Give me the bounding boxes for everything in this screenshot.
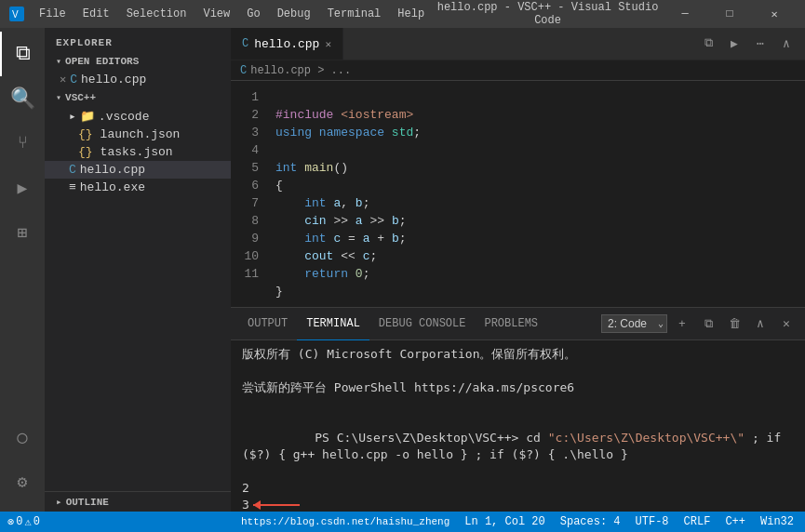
terminal-select-wrapper: 2: Code: [601, 314, 667, 333]
tab-hello-cpp[interactable]: C hello.cpp ✕: [231, 28, 343, 60]
status-encoding[interactable]: UTF-8: [632, 515, 673, 528]
split-terminal-button[interactable]: ⧉: [697, 313, 719, 335]
status-errors[interactable]: ⊗ 0 ⚠ 0: [7, 515, 40, 529]
activity-item-search[interactable]: 🔍: [0, 76, 45, 121]
open-editors-arrow: ▾: [56, 56, 61, 67]
close-panel-button[interactable]: ✕: [775, 313, 798, 335]
titlebar: V File Edit Selection View Go Debug Term…: [0, 0, 805, 28]
open-editors-section[interactable]: ▾ OPEN EDITORS: [45, 52, 231, 71]
menu-debug[interactable]: Debug: [270, 6, 318, 22]
open-editor-hello-cpp[interactable]: ✕ C hello.cpp: [45, 71, 231, 88]
hello-exe-label: hello.exe: [80, 180, 145, 194]
panel-tabs: OUTPUT TERMINAL DEBUG CONSOLE PROBLEMS 2…: [231, 308, 805, 340]
panel-tab-debug-console[interactable]: DEBUG CONSOLE: [369, 308, 476, 340]
menu-selection[interactable]: Selection: [119, 6, 195, 22]
menu-terminal[interactable]: Terminal: [320, 6, 389, 22]
close-button[interactable]: ✕: [753, 0, 796, 28]
status-spaces[interactable]: Spaces: 4: [557, 515, 624, 528]
settings-icon: ⚙: [18, 472, 28, 492]
source-control-icon: ⑂: [18, 134, 28, 153]
collapse-button[interactable]: ∧: [775, 33, 798, 55]
outline-arrow: ▸: [56, 496, 62, 508]
more-actions-button[interactable]: ⋯: [749, 33, 771, 55]
vscpp-section[interactable]: ▾ VSC++: [45, 88, 231, 107]
menu-file[interactable]: File: [32, 6, 74, 22]
vscode-folder-label: .vscode: [99, 110, 150, 124]
tree-item-tasks-json[interactable]: {} tasks.json: [45, 143, 231, 161]
vscpp-arrow: ▾: [56, 92, 61, 103]
maximize-button[interactable]: □: [708, 0, 751, 28]
terminal-line-cmd: PS C:\Users\Z\Desktop\VSC++> cd "c:\User…: [242, 413, 794, 480]
status-blog[interactable]: https://blog.csdn.net/haishu_zheng: [237, 516, 453, 527]
new-terminal-button[interactable]: +: [671, 313, 693, 335]
tab-actions: ⧉ ▶ ⋯ ∧: [697, 28, 805, 60]
activity-bar: ⧉ 🔍 ⑂ ▶ ⊞ ◯ ⚙: [0, 28, 45, 512]
outline-section[interactable]: ▸ OUTLINE: [45, 491, 231, 512]
terminal-line-copyright: 版权所有 (C) Microsoft Corporation。保留所有权利。: [242, 346, 794, 363]
status-line-ending[interactable]: CRLF: [680, 515, 715, 528]
main-area: ⧉ 🔍 ⑂ ▶ ⊞ ◯ ⚙ EXPLORER ▾ OPEN EDITORS: [0, 28, 805, 512]
activity-bottom: ◯ ⚙: [0, 415, 45, 512]
sidebar: EXPLORER ▾ OPEN EDITORS ✕ C hello.cpp ▾ …: [45, 28, 231, 512]
maximize-panel-button[interactable]: ∧: [749, 313, 771, 335]
terminal-select[interactable]: 2: Code: [601, 314, 667, 333]
activity-item-debug[interactable]: ▶: [0, 166, 45, 210]
terminal-line-blank2: [242, 396, 794, 413]
activity-item-explorer[interactable]: ⧉: [0, 32, 45, 76]
code-editor[interactable]: 1 2 3 4 5 6 7 8 9 10 11 #include <iostre…: [231, 81, 805, 307]
tab-label: hello.cpp: [254, 37, 319, 51]
terminal-line-pscore: 尝试新的跨平台 PowerShell https://aka.ms/pscore…: [242, 379, 794, 396]
editor-area: C hello.cpp ✕ ⧉ ▶ ⋯ ∧ C hello.cpp > ... …: [231, 28, 805, 512]
launch-json-label: launch.json: [101, 127, 181, 141]
status-language[interactable]: C++: [721, 515, 749, 528]
panel-tab-problems[interactable]: PROBLEMS: [475, 308, 547, 340]
minimize-button[interactable]: ─: [664, 0, 706, 28]
outline-label: OUTLINE: [66, 497, 109, 508]
status-left: ⊗ 0 ⚠ 0: [7, 515, 40, 529]
account-icon: ◯: [18, 427, 28, 447]
terminal-line-blank1: [242, 363, 794, 379]
cpp-file-icon: C: [70, 73, 77, 86]
tree-item-hello-cpp[interactable]: C hello.cpp: [45, 161, 231, 179]
status-right: https://blog.csdn.net/haishu_zheng Ln 1,…: [237, 515, 798, 528]
activity-item-scm[interactable]: ⑂: [0, 121, 45, 166]
tab-close-button[interactable]: ✕: [325, 38, 331, 50]
sidebar-header: EXPLORER: [45, 28, 231, 52]
code-content[interactable]: #include <iostream> using namespace std;…: [268, 81, 758, 307]
open-editor-label: hello.cpp: [81, 73, 146, 86]
panel-right-controls: 2: Code + ⧉ 🗑 ∧ ✕: [601, 313, 798, 335]
tree-item-launch-json[interactable]: {} launch.json: [45, 126, 231, 143]
panel: OUTPUT TERMINAL DEBUG CONSOLE PROBLEMS 2…: [231, 307, 805, 512]
terminal-content[interactable]: 版权所有 (C) Microsoft Corporation。保留所有权利。 尝…: [231, 340, 805, 512]
activity-item-settings[interactable]: ⚙: [0, 459, 45, 504]
menu-edit[interactable]: Edit: [75, 6, 117, 22]
exe-icon: ≡: [69, 180, 76, 194]
terminal-prompt-1: PS C:\Users\Z\Desktop\VSC++>: [315, 431, 518, 445]
panel-tab-terminal[interactable]: TERMINAL: [297, 308, 369, 340]
json-file-icon: {}: [78, 127, 93, 141]
activity-item-extensions[interactable]: ⊞: [0, 210, 45, 255]
extensions-icon: ⊞: [18, 222, 28, 243]
split-editor-button[interactable]: ⧉: [697, 33, 719, 55]
activity-item-account[interactable]: ◯: [0, 415, 45, 459]
panel-tab-output[interactable]: OUTPUT: [238, 308, 297, 340]
status-platform[interactable]: Win32: [757, 515, 798, 528]
tasks-json-icon: {}: [78, 145, 93, 159]
menu-help[interactable]: Help: [390, 6, 432, 22]
status-position[interactable]: Ln 1, Col 20: [461, 515, 548, 528]
close-icon[interactable]: ✕: [60, 73, 66, 86]
search-icon: 🔍: [10, 86, 35, 112]
tree-item-hello-exe[interactable]: ≡ hello.exe: [45, 179, 231, 196]
vscpp-label: VSC++: [65, 92, 96, 103]
tree-item-vscode[interactable]: ▸ 📁 .vscode: [45, 107, 231, 126]
run-button[interactable]: ▶: [723, 33, 745, 55]
status-bar: ⊗ 0 ⚠ 0 https://blog.csdn.net/haishu_zhe…: [0, 512, 805, 532]
menu-view[interactable]: View: [195, 6, 237, 22]
window-title: hello.cpp - VSC++ - Visual Studio Code: [432, 1, 664, 27]
menu-go[interactable]: Go: [239, 6, 267, 22]
kill-terminal-button[interactable]: 🗑: [723, 313, 745, 335]
open-editors-label: OPEN EDITORS: [65, 56, 139, 67]
menu-bar: File Edit Selection View Go Debug Termin…: [32, 6, 432, 22]
red-arrow-icon: [253, 499, 309, 512]
terminal-line-out2-arrow: 3: [242, 497, 794, 512]
